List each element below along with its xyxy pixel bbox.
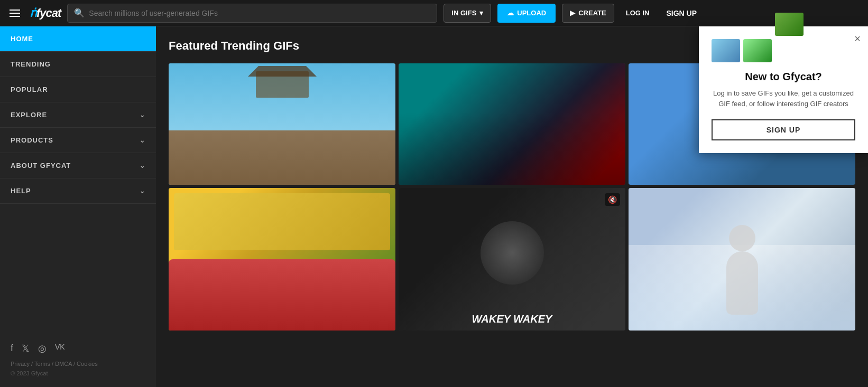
footer-copyright: © 2023 Gfycat	[11, 370, 145, 376]
sidebar-item-products[interactable]: PRODUCTS ⌄	[0, 128, 156, 153]
gif-item-beach[interactable]	[169, 63, 395, 185]
sidebar-item-label: HOME	[11, 35, 33, 43]
search-icon: 🔍	[74, 8, 85, 18]
logo[interactable]: ṅfycat	[30, 6, 61, 20]
upload-button[interactable]: ☁ UPLOAD	[497, 4, 556, 23]
sidebar-footer: f 𝕏 ◎ VK Privacy / Terms / DMCA / Cookie…	[0, 343, 156, 376]
gif-item-snow[interactable]	[629, 188, 855, 331]
hamburger-menu[interactable]	[6, 6, 23, 20]
sidebar-item-label: ABOUT GFYCAT	[11, 162, 71, 169]
upload-icon: ☁	[507, 9, 514, 17]
gif-item-wakey[interactable]: 🔇 WAKEY WAKEY	[399, 188, 625, 331]
sidebar-item-label: POPULAR	[11, 86, 48, 93]
filter-label: IN GIFS	[451, 9, 476, 17]
gif-item-cartoon[interactable]	[169, 188, 395, 331]
sidebar-item-trending[interactable]: TRENDING	[0, 52, 156, 77]
search-filter-button[interactable]: IN GIFS ▾	[444, 4, 491, 23]
twitter-icon[interactable]: 𝕏	[22, 343, 30, 354]
footer-links: Privacy / Terms / DMCA / Cookies	[11, 361, 145, 367]
vk-icon[interactable]: VK	[55, 343, 65, 354]
sidebar-item-label: PRODUCTS	[11, 136, 53, 144]
social-icons: f 𝕏 ◎ VK	[11, 343, 145, 354]
search-bar: 🔍	[67, 4, 437, 23]
popup-thumb-2	[743, 39, 772, 62]
instagram-icon[interactable]: ◎	[38, 343, 47, 354]
chevron-down-icon: ▾	[479, 9, 483, 17]
wakey-text: WAKEY WAKEY	[472, 313, 552, 325]
create-button[interactable]: ▶ CREATE	[562, 4, 614, 23]
sidebar-item-popular[interactable]: POPULAR	[0, 77, 156, 102]
sound-icon[interactable]: 🔇	[605, 193, 620, 206]
popup-thumb-3	[775, 13, 804, 36]
header: ṅfycat 🔍 IN GIFS ▾ ☁ UPLOAD ▶ CREATE LOG…	[0, 0, 868, 26]
upload-label: UPLOAD	[517, 9, 546, 17]
search-input[interactable]	[89, 9, 430, 17]
popup-thumbnails	[712, 39, 855, 62]
popup-signup-button[interactable]: SIGN UP	[712, 119, 855, 140]
popup-thumb-1	[712, 39, 740, 62]
popup-title: New to Gfycat?	[712, 71, 855, 83]
sidebar-item-explore[interactable]: EXPLORE ⌄	[0, 102, 156, 128]
sidebar-item-label: HELP	[11, 187, 31, 195]
chevron-down-icon: ⌄	[140, 137, 145, 144]
create-label: CREATE	[578, 9, 606, 17]
popup-close-button[interactable]: ×	[854, 33, 861, 45]
new-user-popup: × New to Gfycat? Log in to save GIFs you…	[699, 26, 868, 153]
gif-item-women[interactable]	[399, 63, 625, 185]
chevron-down-icon: ⌄	[140, 111, 145, 119]
chevron-down-icon: ⌄	[140, 162, 145, 169]
sidebar-item-home[interactable]: HOME	[0, 26, 156, 52]
signup-header-button[interactable]: SIGN UP	[661, 9, 702, 17]
sidebar-item-label: EXPLORE	[11, 111, 47, 119]
login-button[interactable]: LOG IN	[621, 9, 655, 17]
facebook-icon[interactable]: f	[11, 343, 13, 354]
sidebar-item-label: TRENDING	[11, 60, 51, 68]
create-icon: ▶	[570, 9, 575, 17]
sidebar-nav: HOME TRENDING POPULAR EXPLORE ⌄ PRODUCTS…	[0, 26, 156, 204]
sidebar: HOME TRENDING POPULAR EXPLORE ⌄ PRODUCTS…	[0, 26, 156, 387]
sidebar-item-help[interactable]: HELP ⌄	[0, 178, 156, 204]
sidebar-item-about[interactable]: ABOUT GFYCAT ⌄	[0, 153, 156, 178]
chevron-down-icon: ⌄	[140, 187, 145, 195]
popup-description: Log in to save GIFs you like, get a cust…	[712, 88, 855, 109]
